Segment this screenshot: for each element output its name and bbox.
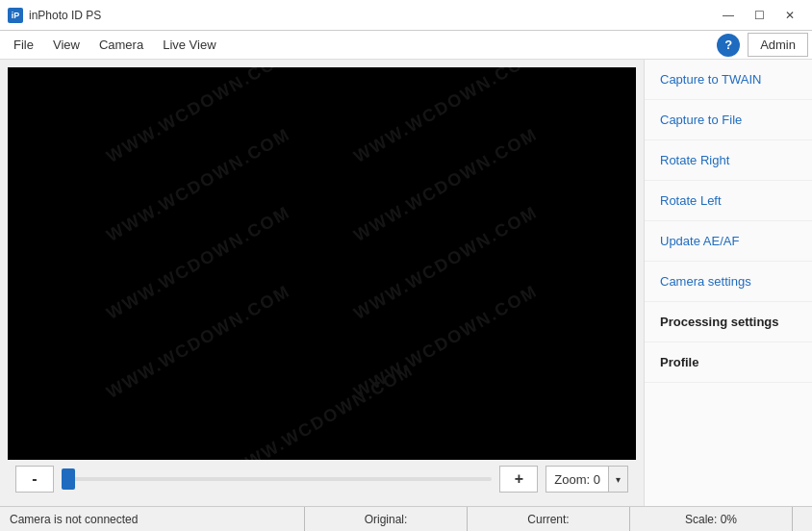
help-button[interactable]: ? [717, 34, 740, 57]
status-scale: Scale: 0% [630, 507, 793, 531]
status-original: Original: [305, 507, 468, 531]
sidebar-item-processing-settings[interactable]: Processing settings [645, 302, 812, 342]
watermark-6: WWW.WCDOWN.COM [350, 203, 541, 325]
connection-status-label: Camera is not connected [10, 513, 138, 526]
main-content: WWW.WCDOWN.COM WWW.WCDOWN.COM WWW.WCDOWN… [0, 60, 812, 506]
menu-bar: File View Camera Live View ? Admin [0, 31, 812, 60]
original-label: Original: [365, 513, 408, 526]
camera-area: WWW.WCDOWN.COM WWW.WCDOWN.COM WWW.WCDOWN… [0, 60, 644, 506]
watermark-4: WWW.WCDOWN.COM [350, 124, 541, 246]
watermark-1: WWW.WCDOWN.COM [103, 67, 293, 167]
zoom-plus-button[interactable]: + [499, 466, 538, 493]
sidebar-item-rotate-left[interactable]: Rotate Left [645, 181, 812, 221]
zoom-dropdown-button[interactable]: ▾ [608, 467, 627, 492]
sidebar-item-update-aeaf[interactable]: Update AE/AF [645, 221, 812, 262]
status-current: Current: [468, 507, 630, 531]
zoom-value-label: Zoom: 0 [546, 472, 608, 487]
status-bar: Camera is not connected Original: Curren… [0, 506, 812, 531]
watermark-3: WWW.WCDOWN.COM [103, 124, 293, 246]
zoom-minus-button[interactable]: - [15, 466, 54, 493]
watermark-2: WWW.WCDOWN.COM [350, 67, 541, 167]
watermark-9: WWW.WCDOWN.COM [226, 360, 417, 460]
watermark-5: WWW.WCDOWN.COM [103, 203, 293, 325]
bottom-controls: - + Zoom: 0 ▾ [8, 460, 636, 498]
menu-file[interactable]: File [4, 34, 43, 56]
current-label: Current: [527, 513, 569, 526]
scale-label: Scale: 0% [685, 513, 737, 526]
zoom-slider-container [62, 466, 492, 493]
zoom-slider[interactable] [62, 477, 492, 481]
app-title: inPhoto ID PS [29, 9, 714, 22]
zoom-value-container: Zoom: 0 ▾ [546, 466, 628, 493]
watermark-8: WWW.WCDOWN.COM [350, 281, 541, 403]
window-controls: — ☐ ✕ [714, 6, 804, 25]
menu-camera[interactable]: Camera [89, 34, 153, 56]
maximize-button[interactable]: ☐ [745, 6, 774, 25]
sidebar-item-profile[interactable]: Profile [645, 342, 812, 383]
app-icon: iP [8, 8, 23, 23]
status-connection: Camera is not connected [0, 507, 305, 531]
sidebar-item-capture-file[interactable]: Capture to File [645, 100, 812, 140]
status-end [793, 507, 812, 531]
menu-view[interactable]: View [43, 34, 89, 56]
sidebar-item-rotate-right[interactable]: Rotate Right [645, 140, 812, 181]
sidebar-item-camera-settings[interactable]: Camera settings [645, 262, 812, 302]
right-sidebar: Capture to TWAIN Capture to File Rotate … [644, 60, 812, 506]
sidebar-item-capture-twain[interactable]: Capture to TWAIN [645, 60, 812, 100]
watermark-7: WWW.WCDOWN.COM [103, 281, 293, 403]
minimize-button[interactable]: — [714, 6, 743, 25]
close-button[interactable]: ✕ [775, 6, 804, 25]
watermark-container: WWW.WCDOWN.COM WWW.WCDOWN.COM WWW.WCDOWN… [8, 67, 636, 460]
menu-liveview[interactable]: Live View [153, 34, 225, 56]
title-bar: iP inPhoto ID PS — ☐ ✕ [0, 0, 812, 31]
camera-view: WWW.WCDOWN.COM WWW.WCDOWN.COM WWW.WCDOWN… [8, 67, 636, 460]
admin-button[interactable]: Admin [748, 33, 808, 57]
